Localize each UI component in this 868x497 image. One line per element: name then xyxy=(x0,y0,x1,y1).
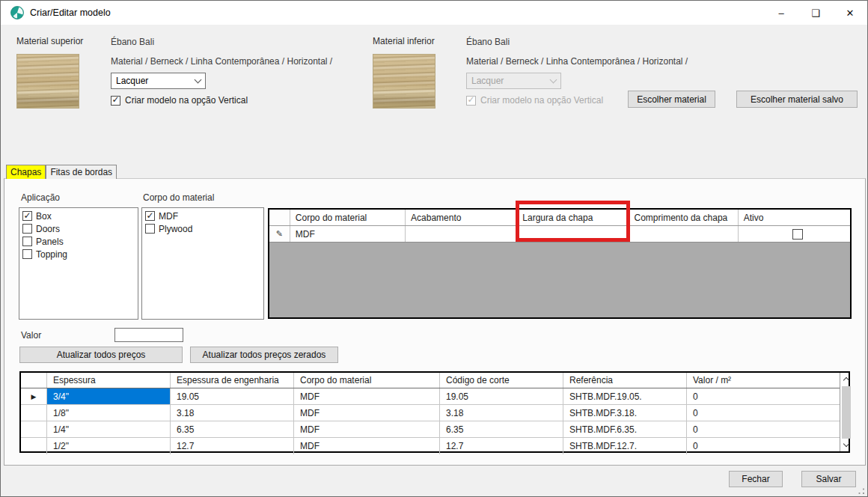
cell-referencia[interactable]: SHTB.MDF.3.18. xyxy=(563,405,687,421)
sheets-table-header: Corpo do material Acabamento Largura da … xyxy=(269,210,850,226)
sheets-row-header-corner xyxy=(269,210,290,225)
cell-espessura[interactable]: 1/2" xyxy=(47,438,171,454)
close-button[interactable]: Fechar xyxy=(729,471,783,487)
cell-corpo-do-material[interactable]: MDF xyxy=(294,438,440,454)
cell-corpo-do-material[interactable]: MDF xyxy=(294,388,440,404)
cell-valor-m2[interactable]: 0 xyxy=(687,405,840,421)
cell-espessura-engenharia[interactable]: 6.35 xyxy=(171,421,294,437)
cell-corpo-do-material[interactable]: MDF xyxy=(294,405,440,421)
table-row[interactable]: 1/4" 6.35 MDF 6.35 SHTB.MDF.6.35. 0 xyxy=(21,421,840,438)
column-header-valor-m2[interactable]: Valor / m² xyxy=(687,373,840,388)
column-header-codigo-de-corte[interactable]: Código de corte xyxy=(440,373,563,388)
row-selector[interactable]: ▶ xyxy=(21,388,47,404)
corpo-mdf-checkbox[interactable] xyxy=(145,211,155,221)
column-header-largura-da-chapa[interactable]: Largura da chapa xyxy=(517,210,629,225)
choose-saved-material-button[interactable]: Escolher material salvo xyxy=(736,91,858,108)
column-header-ativo[interactable]: Ativo xyxy=(739,210,850,225)
table-row[interactable]: 1/8" 3.18 MDF 3.18 SHTB.MDF.3.18. 0 xyxy=(21,405,840,421)
dialog-window: Criar/Editar modelo – ❑ ✕ Material super… xyxy=(0,0,868,497)
aplicacao-panels-checkbox[interactable] xyxy=(22,237,32,246)
cell-valor-m2[interactable]: 0 xyxy=(687,421,840,437)
update-all-prices-button[interactable]: Atualizar todos preços xyxy=(19,347,183,363)
row-selector[interactable] xyxy=(21,405,47,421)
aplicacao-item-box[interactable]: Box xyxy=(19,210,138,222)
thickness-table: Espessura Espessura de engenharia Corpo … xyxy=(19,371,850,453)
cell-espessura-engenharia[interactable]: 12.7 xyxy=(171,438,294,454)
cell-largura-da-chapa[interactable] xyxy=(517,226,629,242)
material-inferior-thumbnail xyxy=(373,54,435,109)
cell-referencia[interactable]: SHTB.MDF.12.7. xyxy=(563,438,687,454)
finish-select-superior[interactable]: Lacquer xyxy=(111,73,206,89)
finish-select-inferior-value: Lacquer xyxy=(471,76,551,86)
cell-valor-m2[interactable]: 0 xyxy=(687,438,840,454)
resize-grip[interactable] xyxy=(858,488,864,494)
aplicacao-box-checkbox[interactable] xyxy=(22,211,32,221)
column-header-comprimento-da-chapa[interactable]: Comprimento da chapa xyxy=(629,210,739,225)
cell-codigo-de-corte[interactable]: 12.7 xyxy=(440,438,563,454)
save-button[interactable]: Salvar xyxy=(801,471,856,487)
cell-espessura-engenharia[interactable]: 19.05 xyxy=(171,388,294,404)
scroll-down-icon[interactable] xyxy=(840,439,852,451)
aplicacao-item-doors[interactable]: Doors xyxy=(19,222,138,235)
chevron-down-icon xyxy=(550,76,557,84)
tab-chapas[interactable]: Chapas xyxy=(6,165,46,179)
cell-referencia[interactable]: SHTB.MDF.19.05. xyxy=(563,388,687,404)
aplicacao-doors-label: Doors xyxy=(36,224,60,234)
column-header-corpo-do-material-2[interactable]: Corpo do material xyxy=(294,373,440,388)
cell-corpo-do-material[interactable]: MDF xyxy=(294,421,440,437)
column-header-referencia[interactable]: Referência xyxy=(563,373,687,388)
row-selector[interactable] xyxy=(21,421,47,437)
cell-corpo-do-material[interactable]: MDF xyxy=(290,226,406,242)
aplicacao-topping-checkbox[interactable] xyxy=(22,249,32,259)
aplicacao-box-label: Box xyxy=(36,211,52,222)
cell-ativo[interactable] xyxy=(739,226,850,242)
column-header-espessura-engenharia[interactable]: Espessura de engenharia xyxy=(171,373,294,388)
tab-strip: Chapas Fitas de bordas xyxy=(6,165,117,179)
valor-input[interactable] xyxy=(114,328,183,342)
cell-espessura[interactable]: 3/4" xyxy=(47,388,171,404)
corpo-item-mdf[interactable]: MDF xyxy=(142,210,263,222)
cell-codigo-de-corte[interactable]: 19.05 xyxy=(440,388,563,404)
cell-acabamento[interactable] xyxy=(406,226,517,242)
cell-codigo-de-corte[interactable]: 3.18 xyxy=(440,405,563,421)
finish-select-inferior: Lacquer xyxy=(466,73,561,89)
cell-espessura[interactable]: 1/4" xyxy=(47,421,171,437)
scrollbar-thumb[interactable] xyxy=(842,386,851,439)
aplicacao-item-panels[interactable]: Panels xyxy=(19,235,138,248)
row-selector[interactable] xyxy=(21,438,47,454)
app-logo-icon xyxy=(10,6,24,19)
vertical-scrollbar[interactable] xyxy=(840,373,849,451)
chevron-down-icon xyxy=(195,76,202,84)
minimize-icon[interactable]: – xyxy=(764,1,798,25)
corpo-item-plywood[interactable]: Plywood xyxy=(142,222,263,235)
cell-espessura-engenharia[interactable]: 3.18 xyxy=(171,405,294,421)
column-header-acabamento[interactable]: Acabamento xyxy=(406,210,517,225)
tab-fitas-de-bordas[interactable]: Fitas de bordas xyxy=(46,165,117,179)
aplicacao-label: Aplicação xyxy=(21,192,60,203)
choose-material-button[interactable]: Escolher material xyxy=(628,91,715,108)
maximize-icon[interactable]: ❑ xyxy=(798,1,833,25)
corpo-plywood-checkbox[interactable] xyxy=(145,224,155,234)
edit-pencil-icon: ✎ xyxy=(276,229,283,239)
cell-codigo-de-corte[interactable]: 6.35 xyxy=(440,421,563,437)
cell-referencia[interactable]: SHTB.MDF.6.35. xyxy=(563,421,687,437)
close-icon[interactable]: ✕ xyxy=(833,1,867,25)
cell-espessura[interactable]: 1/8" xyxy=(47,405,171,421)
vertical-option-superior-checkbox[interactable] xyxy=(111,96,120,106)
vertical-option-inferior: Criar modelo na opção Vertical xyxy=(466,95,603,106)
ativo-checkbox[interactable] xyxy=(792,229,803,240)
aplicacao-item-topping[interactable]: Topping xyxy=(19,248,138,260)
cell-comprimento-da-chapa[interactable] xyxy=(629,226,739,242)
column-header-espessura[interactable]: Espessura xyxy=(47,373,171,388)
sheets-table-row[interactable]: ✎ MDF xyxy=(269,226,850,243)
aplicacao-topping-label: Topping xyxy=(36,249,67,260)
cell-valor-m2[interactable]: 0 xyxy=(687,388,840,404)
scroll-up-icon[interactable] xyxy=(840,373,852,385)
vertical-option-superior[interactable]: Criar modelo na opção Vertical xyxy=(111,95,248,106)
table-row[interactable]: 1/2" 12.7 MDF 12.7 SHTB.MDF.12.7. 0 xyxy=(21,438,840,454)
table-row-selected[interactable]: ▶ 3/4" 19.05 MDF 19.05 SHTB.MDF.19.05. 0 xyxy=(21,388,840,405)
column-header-corpo-do-material[interactable]: Corpo do material xyxy=(290,210,406,225)
aplicacao-doors-checkbox[interactable] xyxy=(22,224,32,234)
update-zero-prices-button[interactable]: Atualizar todos preços zerados xyxy=(190,347,338,363)
material-superior-name: Ébano Bali xyxy=(111,37,154,47)
